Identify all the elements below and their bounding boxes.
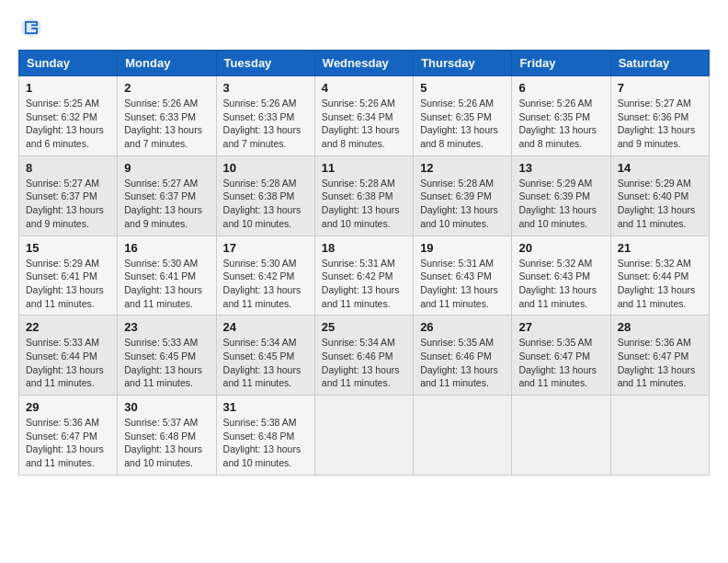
calendar-cell: 30Sunrise: 5:37 AMSunset: 6:48 PMDayligh… [118,396,216,476]
calendar-header-monday: Monday [118,51,216,76]
calendar-week-2: 8Sunrise: 5:27 AMSunset: 6:37 PMDaylight… [19,155,710,236]
day-info: Sunrise: 5:26 AMSunset: 6:35 PMDaylight:… [420,97,505,151]
calendar-cell: 14Sunrise: 5:29 AMSunset: 6:40 PMDayligh… [610,155,709,236]
day-number: 19 [420,241,505,255]
day-info: Sunrise: 5:36 AMSunset: 6:47 PMDaylight:… [618,336,702,390]
day-number: 24 [223,320,308,334]
calendar-cell: 26Sunrise: 5:35 AMSunset: 6:46 PMDayligh… [414,316,512,396]
day-info: Sunrise: 5:26 AMSunset: 6:34 PMDaylight:… [322,97,406,151]
day-info: Sunrise: 5:33 AMSunset: 6:45 PMDaylight:… [124,336,209,390]
day-info: Sunrise: 5:28 AMSunset: 6:39 PMDaylight:… [420,177,505,231]
day-info: Sunrise: 5:34 AMSunset: 6:45 PMDaylight:… [223,336,308,390]
calendar-cell: 13Sunrise: 5:29 AMSunset: 6:39 PMDayligh… [512,155,610,236]
day-number: 11 [322,161,406,175]
calendar-cell: 9Sunrise: 5:27 AMSunset: 6:37 PMDaylight… [118,155,216,236]
day-info: Sunrise: 5:30 AMSunset: 6:42 PMDaylight:… [223,257,308,311]
calendar-cell: 20Sunrise: 5:32 AMSunset: 6:43 PMDayligh… [512,236,610,316]
day-number: 12 [420,161,505,175]
calendar-cell: 16Sunrise: 5:30 AMSunset: 6:41 PMDayligh… [118,236,216,316]
day-number: 25 [322,320,406,334]
calendar-cell: 18Sunrise: 5:31 AMSunset: 6:42 PMDayligh… [314,236,413,316]
day-info: Sunrise: 5:31 AMSunset: 6:42 PMDaylight:… [322,257,406,311]
calendar-cell: 22Sunrise: 5:33 AMSunset: 6:44 PMDayligh… [19,316,118,396]
calendar-header-sunday: Sunday [19,51,118,76]
day-info: Sunrise: 5:27 AMSunset: 6:37 PMDaylight:… [26,177,110,231]
day-info: Sunrise: 5:36 AMSunset: 6:47 PMDaylight:… [26,416,110,470]
day-number: 30 [124,400,209,414]
calendar-cell [314,396,413,476]
day-number: 21 [618,241,702,255]
calendar-week-5: 29Sunrise: 5:36 AMSunset: 6:47 PMDayligh… [19,396,710,476]
day-number: 8 [26,161,110,175]
day-number: 26 [420,320,505,334]
day-number: 6 [518,81,603,95]
calendar-cell: 15Sunrise: 5:29 AMSunset: 6:41 PMDayligh… [19,236,118,316]
logo [18,15,48,40]
calendar-header-thursday: Thursday [414,51,512,76]
day-info: Sunrise: 5:28 AMSunset: 6:38 PMDaylight:… [322,177,406,231]
calendar-cell [414,396,512,476]
day-info: Sunrise: 5:26 AMSunset: 6:33 PMDaylight:… [223,97,308,151]
day-number: 5 [420,81,505,95]
calendar-cell: 5Sunrise: 5:26 AMSunset: 6:35 PMDaylight… [414,76,512,156]
day-info: Sunrise: 5:27 AMSunset: 6:37 PMDaylight:… [124,177,209,231]
day-number: 3 [223,81,308,95]
calendar-cell: 11Sunrise: 5:28 AMSunset: 6:38 PMDayligh… [314,155,413,236]
calendar-cell: 21Sunrise: 5:32 AMSunset: 6:44 PMDayligh… [610,236,709,316]
day-number: 13 [518,161,603,175]
calendar-cell [512,396,610,476]
day-info: Sunrise: 5:37 AMSunset: 6:48 PMDaylight:… [124,416,209,470]
calendar-week-4: 22Sunrise: 5:33 AMSunset: 6:44 PMDayligh… [19,316,710,396]
day-info: Sunrise: 5:32 AMSunset: 6:43 PMDaylight:… [518,257,603,311]
day-info: Sunrise: 5:26 AMSunset: 6:35 PMDaylight:… [518,97,603,151]
header [18,15,710,40]
calendar-cell: 31Sunrise: 5:38 AMSunset: 6:48 PMDayligh… [216,396,314,476]
calendar-header-saturday: Saturday [610,51,709,76]
day-number: 31 [223,400,308,414]
day-info: Sunrise: 5:29 AMSunset: 6:41 PMDaylight:… [26,257,110,311]
day-info: Sunrise: 5:28 AMSunset: 6:38 PMDaylight:… [223,177,308,231]
day-number: 4 [322,81,406,95]
calendar-cell: 17Sunrise: 5:30 AMSunset: 6:42 PMDayligh… [216,236,314,316]
day-info: Sunrise: 5:30 AMSunset: 6:41 PMDaylight:… [124,257,209,311]
calendar-cell: 6Sunrise: 5:26 AMSunset: 6:35 PMDaylight… [512,76,610,156]
day-number: 20 [518,241,603,255]
day-info: Sunrise: 5:35 AMSunset: 6:47 PMDaylight:… [518,336,603,390]
calendar-header-row: SundayMondayTuesdayWednesdayThursdayFrid… [19,51,710,76]
day-number: 17 [223,241,308,255]
calendar-cell: 29Sunrise: 5:36 AMSunset: 6:47 PMDayligh… [19,396,118,476]
day-info: Sunrise: 5:25 AMSunset: 6:32 PMDaylight:… [26,97,110,151]
day-info: Sunrise: 5:34 AMSunset: 6:46 PMDaylight:… [322,336,406,390]
calendar-cell: 7Sunrise: 5:27 AMSunset: 6:36 PMDaylight… [610,76,709,156]
calendar-week-3: 15Sunrise: 5:29 AMSunset: 6:41 PMDayligh… [19,236,710,316]
day-info: Sunrise: 5:35 AMSunset: 6:46 PMDaylight:… [420,336,505,390]
calendar: SundayMondayTuesdayWednesdayThursdayFrid… [18,50,710,476]
day-info: Sunrise: 5:26 AMSunset: 6:33 PMDaylight:… [124,97,209,151]
day-number: 14 [618,161,702,175]
calendar-cell: 8Sunrise: 5:27 AMSunset: 6:37 PMDaylight… [19,155,118,236]
day-number: 16 [124,241,209,255]
calendar-cell: 10Sunrise: 5:28 AMSunset: 6:38 PMDayligh… [216,155,314,236]
calendar-cell: 19Sunrise: 5:31 AMSunset: 6:43 PMDayligh… [414,236,512,316]
day-info: Sunrise: 5:27 AMSunset: 6:36 PMDaylight:… [618,97,702,151]
day-number: 23 [124,320,209,334]
day-number: 1 [26,81,110,95]
day-number: 2 [124,81,209,95]
calendar-cell: 2Sunrise: 5:26 AMSunset: 6:33 PMDaylight… [118,76,216,156]
day-number: 9 [124,161,209,175]
generalblue-icon [18,15,44,40]
calendar-cell: 23Sunrise: 5:33 AMSunset: 6:45 PMDayligh… [118,316,216,396]
day-info: Sunrise: 5:32 AMSunset: 6:44 PMDaylight:… [618,257,702,311]
day-number: 22 [26,320,110,334]
day-number: 27 [518,320,603,334]
day-info: Sunrise: 5:33 AMSunset: 6:44 PMDaylight:… [26,336,110,390]
day-number: 7 [618,81,702,95]
calendar-cell: 4Sunrise: 5:26 AMSunset: 6:34 PMDaylight… [314,76,413,156]
day-info: Sunrise: 5:29 AMSunset: 6:40 PMDaylight:… [618,177,702,231]
day-number: 10 [223,161,308,175]
calendar-cell: 24Sunrise: 5:34 AMSunset: 6:45 PMDayligh… [216,316,314,396]
day-number: 15 [26,241,110,255]
calendar-cell: 12Sunrise: 5:28 AMSunset: 6:39 PMDayligh… [414,155,512,236]
day-number: 29 [26,400,110,414]
calendar-header-friday: Friday [512,51,610,76]
